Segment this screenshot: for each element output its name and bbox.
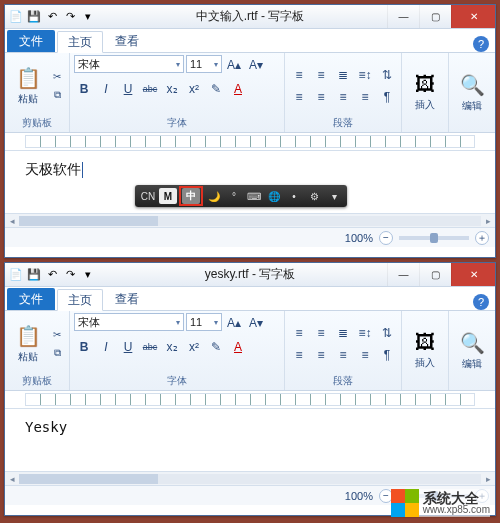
- scroll-left-icon[interactable]: ◂: [5, 216, 19, 226]
- bold-button[interactable]: B: [74, 79, 94, 99]
- ruler[interactable]: [5, 133, 495, 151]
- shrink-font-button[interactable]: A▾: [246, 55, 266, 75]
- underline-button[interactable]: U: [118, 79, 138, 99]
- qat-undo-icon[interactable]: ↶: [45, 10, 59, 24]
- scroll-track[interactable]: [19, 474, 481, 484]
- close-button[interactable]: ✕: [451, 5, 495, 28]
- ime-keyboard-icon[interactable]: ⌨: [245, 188, 263, 204]
- qat-undo-icon[interactable]: ↶: [45, 268, 59, 282]
- underline-button[interactable]: U: [118, 337, 138, 357]
- minimize-button[interactable]: —: [387, 263, 419, 286]
- align-center-button[interactable]: ≡: [311, 87, 331, 107]
- scroll-right-icon[interactable]: ▸: [481, 216, 495, 226]
- grow-font-button[interactable]: A▴: [224, 313, 244, 333]
- grow-font-button[interactable]: A▴: [224, 55, 244, 75]
- align-center-button[interactable]: ≡: [311, 345, 331, 365]
- font-size-combo[interactable]: 11 ▾: [186, 55, 222, 73]
- home-tab[interactable]: 主页: [57, 289, 103, 311]
- align-left-button[interactable]: ≡: [289, 345, 309, 365]
- ime-m-button[interactable]: M: [159, 188, 177, 204]
- zoom-in-button[interactable]: ＋: [475, 231, 489, 245]
- align-right-button[interactable]: ≡: [333, 345, 353, 365]
- horizontal-scrollbar[interactable]: ◂ ▸: [5, 471, 495, 485]
- home-tab[interactable]: 主页: [57, 31, 103, 53]
- zoom-slider[interactable]: [399, 236, 469, 240]
- qat-save-icon[interactable]: 💾: [27, 268, 41, 282]
- subscript-button[interactable]: x₂: [162, 337, 182, 357]
- increase-indent-button[interactable]: ≡: [311, 323, 331, 343]
- maximize-button[interactable]: ▢: [419, 5, 451, 28]
- list-button[interactable]: ≣: [333, 323, 353, 343]
- align-left-button[interactable]: ≡: [289, 87, 309, 107]
- superscript-button[interactable]: x²: [184, 337, 204, 357]
- copy-button[interactable]: ⧉: [49, 87, 65, 103]
- decrease-indent-button[interactable]: ≡: [289, 65, 309, 85]
- sort-button[interactable]: ⇅: [377, 323, 397, 343]
- font-family-combo[interactable]: 宋体 ▾: [74, 55, 184, 73]
- help-button[interactable]: ?: [473, 294, 489, 310]
- maximize-button[interactable]: ▢: [419, 263, 451, 286]
- font-color-button[interactable]: A: [228, 79, 248, 99]
- qat-dropdown-icon[interactable]: ▾: [81, 10, 95, 24]
- copy-button[interactable]: ⧉: [49, 345, 65, 361]
- paragraph-dialog-button[interactable]: ¶: [377, 345, 397, 365]
- paragraph-dialog-button[interactable]: ¶: [377, 87, 397, 107]
- subscript-button[interactable]: x₂: [162, 79, 182, 99]
- qat-save-icon[interactable]: 💾: [27, 10, 41, 24]
- highlight-button[interactable]: ✎: [206, 337, 226, 357]
- list-button[interactable]: ≣: [333, 65, 353, 85]
- ime-toolbar[interactable]: CN M 中 🌙 ° ⌨ 🌐 • ⚙ ▾: [135, 185, 347, 207]
- edit-button[interactable]: 🔍 编辑: [453, 322, 491, 380]
- align-right-button[interactable]: ≡: [333, 87, 353, 107]
- scroll-track[interactable]: [19, 216, 481, 226]
- view-tab[interactable]: 查看: [105, 30, 149, 52]
- paste-button[interactable]: 📋 粘贴: [9, 57, 47, 115]
- font-family-combo[interactable]: 宋体 ▾: [74, 313, 184, 331]
- line-spacing-button[interactable]: ≡↕: [355, 65, 375, 85]
- italic-button[interactable]: I: [96, 337, 116, 357]
- document-area[interactable]: 天极软件 CN M 中 🌙 ° ⌨ 🌐 • ⚙ ▾: [5, 151, 495, 213]
- increase-indent-button[interactable]: ≡: [311, 65, 331, 85]
- help-button[interactable]: ?: [473, 36, 489, 52]
- ime-chinese-mode-button[interactable]: 中: [182, 188, 200, 204]
- ime-dot-icon[interactable]: •: [285, 188, 303, 204]
- font-size-combo[interactable]: 11 ▾: [186, 313, 222, 331]
- insert-button[interactable]: 🖼 插入: [406, 322, 444, 380]
- shrink-font-button[interactable]: A▾: [246, 313, 266, 333]
- file-tab[interactable]: 文件: [7, 288, 55, 310]
- qat-dropdown-icon[interactable]: ▾: [81, 268, 95, 282]
- scroll-thumb[interactable]: [19, 216, 158, 226]
- ime-ring-icon[interactable]: °: [225, 188, 243, 204]
- strikethrough-button[interactable]: abc: [140, 337, 160, 357]
- scroll-thumb[interactable]: [19, 474, 158, 484]
- horizontal-scrollbar[interactable]: ◂ ▸: [5, 213, 495, 227]
- paste-button[interactable]: 📋 粘贴: [9, 315, 47, 373]
- qat-redo-icon[interactable]: ↷: [63, 268, 77, 282]
- decrease-indent-button[interactable]: ≡: [289, 323, 309, 343]
- highlight-button[interactable]: ✎: [206, 79, 226, 99]
- ime-settings-icon[interactable]: ⚙: [305, 188, 323, 204]
- document-area[interactable]: Yesky: [5, 409, 495, 471]
- titlebar[interactable]: 📄 💾 ↶ ↷ ▾ yesky.rtf - 写字板 — ▢ ✕: [5, 263, 495, 287]
- ime-moon-icon[interactable]: 🌙: [205, 188, 223, 204]
- scroll-right-icon[interactable]: ▸: [481, 474, 495, 484]
- scroll-left-icon[interactable]: ◂: [5, 474, 19, 484]
- insert-button[interactable]: 🖼 插入: [406, 64, 444, 122]
- sort-button[interactable]: ⇅: [377, 65, 397, 85]
- line-spacing-button[interactable]: ≡↕: [355, 323, 375, 343]
- ruler[interactable]: [5, 391, 495, 409]
- superscript-button[interactable]: x²: [184, 79, 204, 99]
- zoom-out-button[interactable]: −: [379, 231, 393, 245]
- qat-redo-icon[interactable]: ↷: [63, 10, 77, 24]
- titlebar[interactable]: 📄 💾 ↶ ↷ ▾ 中文输入.rtf - 写字板 — ▢ ✕: [5, 5, 495, 29]
- align-justify-button[interactable]: ≡: [355, 87, 375, 107]
- minimize-button[interactable]: —: [387, 5, 419, 28]
- strikethrough-button[interactable]: abc: [140, 79, 160, 99]
- edit-button[interactable]: 🔍 编辑: [453, 64, 491, 122]
- ime-cn-label[interactable]: CN: [139, 188, 157, 204]
- italic-button[interactable]: I: [96, 79, 116, 99]
- cut-button[interactable]: ✂: [49, 69, 65, 85]
- ime-globe-icon[interactable]: 🌐: [265, 188, 283, 204]
- close-button[interactable]: ✕: [451, 263, 495, 286]
- align-justify-button[interactable]: ≡: [355, 345, 375, 365]
